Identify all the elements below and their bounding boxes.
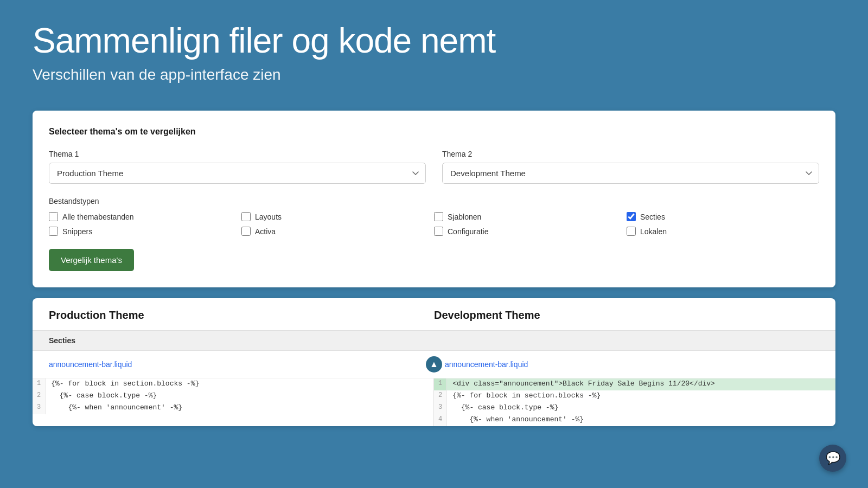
checkbox-alle-label: Alle themabestanden <box>62 213 134 221</box>
theme2-group: Thema 2 Production Theme Development The… <box>442 150 819 184</box>
results-theme1-title: Production Theme <box>49 309 434 322</box>
checkbox-layouts[interactable]: Layouts <box>241 212 434 221</box>
code-line-right-4: 4 {%- when 'announcement' -%} <box>434 414 835 426</box>
checkboxes-grid: Alle themabestanden Layouts Sjablonen Se… <box>49 212 819 236</box>
file-link-right[interactable]: announcement-bar.liquid <box>445 360 819 369</box>
checkbox-activa-label: Activa <box>255 227 276 236</box>
line-content: {%- case block.type -%} <box>46 390 162 402</box>
line-number: 3 <box>434 402 447 414</box>
checkbox-layouts-label: Layouts <box>255 213 282 221</box>
checkbox-configuratie-label: Configuratie <box>448 227 489 236</box>
checkbox-lokalen-label: Lokalen <box>640 227 667 236</box>
checkbox-lokalen[interactable]: Lokalen <box>627 227 819 236</box>
line-number: 2 <box>434 390 447 402</box>
line-content: {%- case block.type -%} <box>447 402 564 414</box>
theme-selectors: Thema 1 Production Theme Development The… <box>49 150 819 184</box>
results-card: Production Theme Development Theme Secti… <box>33 298 835 426</box>
checkbox-configuratie[interactable]: Configuratie <box>434 227 627 236</box>
line-number: 1 <box>33 378 46 390</box>
theme1-group: Thema 1 Production Theme Development The… <box>49 150 426 184</box>
code-line-right-2: 2 {%- for block in section.blocks -%} <box>434 390 835 402</box>
code-line-right-3: 3 {%- case block.type -%} <box>434 402 835 414</box>
hero-title: Sammenlign filer og kode nemt <box>33 22 835 60</box>
line-number: 1 <box>434 378 447 390</box>
file-row: announcement-bar.liquid ▲ announcement-b… <box>33 351 835 378</box>
checkbox-secties[interactable]: Secties <box>627 212 819 221</box>
theme1-label: Thema 1 <box>49 150 426 158</box>
section-badge: Secties <box>33 330 835 351</box>
code-comparison: 1 {%- for block in section.blocks -%} 2 … <box>33 378 835 426</box>
checkbox-alle[interactable]: Alle themabestanden <box>49 212 241 221</box>
compare-button[interactable]: Vergelijk thema's <box>49 249 134 271</box>
line-content: {%- when 'announcement' -%} <box>447 414 589 426</box>
checkbox-secties-input[interactable] <box>627 212 636 221</box>
form-card-title: Selecteer thema's om te vergelijken <box>49 127 819 137</box>
line-content: <div class="announcement">Black Friday S… <box>447 378 720 390</box>
file-types-section: Bestandstypen Alle themabestanden Layout… <box>49 197 819 236</box>
line-content: {%- when 'announcement' -%} <box>46 402 188 414</box>
code-line-right-1: 1 <div class="announcement">Black Friday… <box>434 378 835 390</box>
line-number: 4 <box>434 414 447 426</box>
code-line-left-3: 3 {%- when 'announcement' -%} <box>33 402 433 414</box>
form-card: Selecteer thema's om te vergelijken Them… <box>33 111 835 287</box>
code-pane-left: 1 {%- for block in section.blocks -%} 2 … <box>33 378 434 426</box>
line-content: {%- for block in section.blocks -%} <box>447 390 606 402</box>
main-content: Selecteer thema's om te vergelijken Them… <box>33 111 835 426</box>
theme2-select[interactable]: Production Theme Development Theme Stagi… <box>442 163 819 184</box>
checkbox-alle-input[interactable] <box>49 212 58 221</box>
checkbox-snippers-label: Snippers <box>62 227 92 236</box>
checkbox-sjablonen-input[interactable] <box>434 212 443 221</box>
chat-icon: 💬 <box>826 451 840 465</box>
theme2-label: Thema 2 <box>442 150 819 158</box>
hero-section: Sammenlign filer og kode nemt Verschille… <box>0 0 868 111</box>
checkbox-snippers[interactable]: Snippers <box>49 227 241 236</box>
checkbox-activa-input[interactable] <box>241 227 251 236</box>
code-line-left-2: 2 {%- case block.type -%} <box>33 390 433 402</box>
code-line-left-1: 1 {%- for block in section.blocks -%} <box>33 378 433 390</box>
line-number: 2 <box>33 390 46 402</box>
toggle-button[interactable]: ▲ <box>426 356 442 373</box>
results-header: Production Theme Development Theme <box>33 298 835 330</box>
hero-subtitle: Verschillen van de app-interface zien <box>33 66 835 84</box>
checkbox-snippers-input[interactable] <box>49 227 58 236</box>
checkbox-layouts-input[interactable] <box>241 212 251 221</box>
chat-button[interactable]: 💬 <box>819 445 846 472</box>
filetypes-label: Bestandstypen <box>49 197 819 206</box>
code-pane-right: 1 <div class="announcement">Black Friday… <box>434 378 835 426</box>
results-theme2-title: Development Theme <box>434 309 819 322</box>
checkbox-sjablonen-label: Sjablonen <box>448 213 481 221</box>
checkbox-activa[interactable]: Activa <box>241 227 434 236</box>
file-link-left[interactable]: announcement-bar.liquid <box>49 360 423 369</box>
checkbox-sjablonen[interactable]: Sjablonen <box>434 212 627 221</box>
checkbox-secties-label: Secties <box>640 213 665 221</box>
theme1-select[interactable]: Production Theme Development Theme Stagi… <box>49 163 426 184</box>
chevron-up-icon: ▲ <box>430 359 438 369</box>
checkbox-lokalen-input[interactable] <box>627 227 636 236</box>
checkbox-configuratie-input[interactable] <box>434 227 443 236</box>
line-content: {%- for block in section.blocks -%} <box>46 378 205 390</box>
line-number: 3 <box>33 402 46 414</box>
